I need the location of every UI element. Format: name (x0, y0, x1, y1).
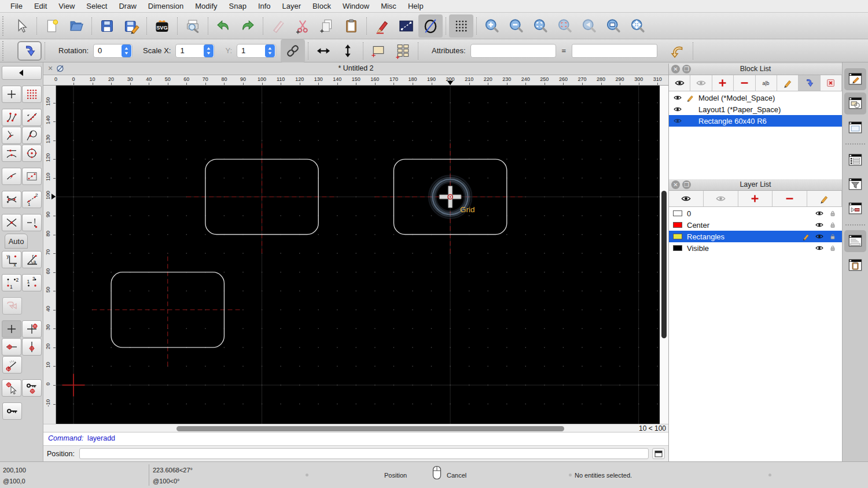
horizontal-scrollbar[interactable]: 10 < 100 (43, 424, 668, 432)
stepper-icon[interactable] (265, 45, 275, 57)
snap-free-button[interactable] (2, 86, 21, 103)
restrict-nothing-button[interactable] (2, 320, 21, 338)
eye-dim-icon[interactable] (673, 116, 682, 125)
zoom-out-button[interactable] (504, 14, 528, 38)
coordinate-polar-button[interactable]: ra (22, 251, 42, 268)
layer-row[interactable]: Center (669, 219, 842, 231)
menu-edit[interactable]: Edit (28, 2, 53, 10)
view-list-toggle[interactable] (844, 117, 866, 139)
paste-button[interactable] (339, 14, 363, 38)
previous-view-button[interactable] (577, 14, 601, 38)
pan-button[interactable] (626, 14, 650, 38)
add-layer-button[interactable] (738, 191, 773, 206)
eye-icon[interactable] (815, 209, 824, 218)
snap-center-button[interactable] (22, 145, 42, 162)
position-input[interactable] (79, 448, 649, 459)
snap-exclude-button[interactable] (22, 214, 42, 231)
menu-window[interactable]: Window (337, 2, 375, 10)
purge-block-button[interactable] (821, 75, 842, 91)
layer-hide-all-button[interactable] (704, 191, 738, 206)
snap-tangent-button[interactable] (22, 127, 42, 144)
eye-icon[interactable] (815, 220, 824, 230)
add-block-button[interactable] (712, 75, 734, 91)
attribute-value-input[interactable] (572, 44, 657, 58)
new-file-button[interactable] (40, 14, 64, 38)
menu-help[interactable]: Help (402, 2, 429, 10)
stepper-icon[interactable] (550, 45, 556, 57)
stepper-icon[interactable] (122, 45, 131, 57)
restrict-orthogonal-button[interactable] (22, 320, 42, 338)
snap-perpendicular-button[interactable] (2, 127, 21, 144)
ellipse-tool-button[interactable] (418, 14, 443, 38)
redo-button[interactable] (236, 14, 260, 38)
zoom-in-button[interactable] (480, 14, 504, 38)
zoom-window-button[interactable] (601, 14, 626, 38)
lock-icon[interactable] (828, 209, 837, 218)
reset-button[interactable] (665, 39, 690, 62)
scale-x-spinbox[interactable]: 1 (175, 44, 215, 58)
save-as-button[interactable] (119, 14, 144, 38)
scale-y-spinbox[interactable]: 1 (237, 44, 276, 58)
remove-block-button[interactable] (734, 75, 755, 91)
lock-icon[interactable] (828, 243, 837, 253)
relative-zero-key-button[interactable] (2, 402, 22, 420)
eye-icon[interactable] (673, 105, 682, 114)
snap-grid-button[interactable] (22, 86, 42, 103)
attribute-select[interactable] (470, 44, 556, 58)
block-row[interactable]: Layout1 (*Paper_Space) (669, 103, 842, 115)
block-hide-all-button[interactable] (690, 75, 712, 91)
restrict-horizontal-button[interactable] (2, 338, 21, 356)
menu-layer[interactable]: Layer (277, 2, 307, 10)
menu-select[interactable]: Select (80, 2, 113, 10)
coordinate-relative-button[interactable]: 12 (2, 274, 21, 291)
layer-row[interactable]: Rectangles (669, 231, 842, 242)
menu-draw[interactable]: Draw (113, 2, 142, 10)
edit-layer-button[interactable] (807, 191, 842, 206)
selection-filter-toggle[interactable] (844, 173, 866, 195)
block-show-all-button[interactable] (669, 75, 690, 91)
remove-layer-button[interactable] (773, 191, 807, 206)
restrict-angle-button[interactable] (2, 356, 22, 374)
pencil-icon[interactable] (801, 232, 811, 241)
menu-info[interactable]: Info (252, 2, 277, 10)
cut-button[interactable] (290, 14, 315, 38)
restrict-ortho-button[interactable] (2, 297, 22, 315)
menu-misc[interactable]: Misc (375, 2, 402, 10)
stepper-icon[interactable] (204, 45, 214, 57)
layer-row[interactable]: 0 (669, 208, 842, 219)
draw-button[interactable] (370, 14, 394, 38)
restrict-vertical-button[interactable] (22, 338, 42, 356)
close-panel-button[interactable]: ✕ (671, 180, 680, 189)
line-tool-button[interactable] (394, 14, 418, 38)
zoom-selection-button[interactable] (553, 14, 577, 38)
snap-reference-button[interactable] (2, 168, 21, 185)
float-panel-button[interactable]: ❐ (682, 180, 691, 189)
horizontal-scrollbar-thumb[interactable] (176, 426, 564, 431)
rotation-spinbox[interactable]: 0 (93, 44, 133, 58)
property-editor-toggle[interactable] (844, 68, 866, 90)
selection-tool[interactable] (9, 14, 34, 38)
set-relative-zero-button[interactable] (2, 379, 21, 397)
lock-icon[interactable] (828, 220, 837, 230)
snap-endpoints-button[interactable] (2, 109, 21, 126)
insert-block-button[interactable] (17, 41, 42, 61)
float-panel-button[interactable]: ❐ (682, 65, 691, 73)
erase-button[interactable] (266, 14, 290, 38)
eye-icon[interactable] (815, 232, 824, 241)
vertical-scrollbar[interactable] (660, 86, 668, 424)
menu-block[interactable]: Block (307, 2, 337, 10)
print-preview-button[interactable] (181, 14, 205, 38)
flip-horizontal-button[interactable] (311, 39, 336, 62)
snap-distance-button[interactable]: 12 (22, 191, 42, 208)
undo-button[interactable] (211, 14, 236, 38)
edit-block-button[interactable] (777, 75, 799, 91)
eye-icon[interactable] (815, 243, 824, 253)
snap-entity-points-button[interactable] (22, 109, 42, 126)
svg-export-button[interactable]: SVG (150, 14, 174, 38)
rename-block-button[interactable]: a|b (756, 75, 777, 91)
open-file-button[interactable] (64, 14, 89, 38)
block-list-toggle[interactable] (844, 93, 866, 114)
menu-snap[interactable]: Snap (223, 2, 252, 10)
grid-toggle-button[interactable] (449, 14, 473, 38)
vertical-scrollbar-thumb[interactable] (661, 191, 667, 338)
